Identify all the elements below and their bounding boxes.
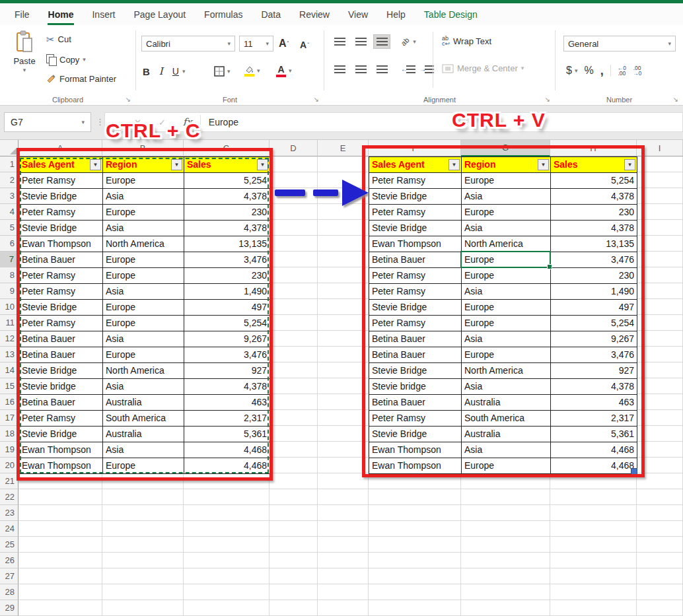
- select-all-corner[interactable]: [0, 140, 18, 156]
- cell[interactable]: [637, 252, 683, 267]
- cell-region[interactable]: Asia: [462, 442, 551, 458]
- formula-input[interactable]: ✕ ✓ fx Europe: [104, 112, 683, 132]
- cell-sales[interactable]: 497: [184, 300, 270, 316]
- cell[interactable]: [318, 156, 369, 172]
- cell[interactable]: [102, 505, 184, 521]
- cell-sales-agent[interactable]: Peter Ramsy: [19, 205, 103, 221]
- cell[interactable]: [270, 299, 318, 315]
- cell-region[interactable]: Australia: [462, 395, 551, 411]
- table-header-cell[interactable]: Sales▼: [184, 157, 270, 173]
- cell-sales[interactable]: 5,254: [184, 316, 270, 331]
- decrease-indent-button[interactable]: ←: [401, 65, 415, 73]
- row-header[interactable]: 10: [0, 299, 18, 315]
- cell-sales-agent[interactable]: Betina Bauer: [369, 331, 462, 347]
- filter-button[interactable]: ▼: [257, 159, 268, 170]
- cell-sales-agent[interactable]: Peter Ramsy: [369, 205, 462, 221]
- decrease-decimal-button[interactable]: .00→0: [633, 65, 641, 76]
- row-header[interactable]: 20: [0, 458, 18, 473]
- ribbon-tab[interactable]: Insert: [83, 3, 124, 25]
- cell-region[interactable]: Europe: [462, 300, 551, 316]
- cell[interactable]: [18, 553, 102, 568]
- name-box[interactable]: G7 ▾: [4, 112, 91, 132]
- row-header[interactable]: 23: [0, 505, 18, 521]
- cell[interactable]: [270, 458, 318, 473]
- cell[interactable]: [270, 505, 318, 521]
- filter-button[interactable]: ▼: [90, 159, 101, 170]
- cell-sales-agent[interactable]: Ewan Thompson: [19, 236, 103, 252]
- cell-sales[interactable]: 463: [551, 395, 637, 411]
- cell[interactable]: [369, 521, 461, 537]
- orientation-caret-icon[interactable]: ▾: [413, 39, 416, 45]
- cell[interactable]: [318, 426, 369, 442]
- cell[interactable]: [637, 236, 683, 252]
- borders-button[interactable]: ▾: [214, 63, 231, 79]
- cell-sales[interactable]: 230: [184, 205, 270, 221]
- cell[interactable]: [270, 172, 318, 188]
- row-header[interactable]: 29: [0, 600, 18, 616]
- ribbon-tab[interactable]: Table Design: [415, 3, 487, 25]
- row-header[interactable]: 14: [0, 362, 18, 378]
- middle-align-button[interactable]: [352, 34, 369, 49]
- cell[interactable]: [18, 489, 102, 505]
- align-left-button[interactable]: [331, 62, 348, 77]
- cell[interactable]: [18, 568, 102, 584]
- cell-sales[interactable]: 927: [551, 363, 637, 379]
- cell[interactable]: [270, 442, 318, 458]
- row-header[interactable]: 7: [0, 252, 18, 267]
- cell[interactable]: [18, 584, 102, 600]
- top-align-button[interactable]: [331, 34, 348, 49]
- cell-sales[interactable]: 2,317: [184, 411, 270, 427]
- cell[interactable]: [550, 600, 637, 616]
- cell[interactable]: [318, 489, 369, 505]
- row-header[interactable]: 18: [0, 426, 18, 442]
- cell[interactable]: [550, 553, 637, 568]
- cell-sales-agent[interactable]: Betina Bauer: [19, 331, 103, 347]
- cell[interactable]: [270, 537, 318, 553]
- table-header-cell[interactable]: Region▼: [462, 157, 551, 173]
- cell[interactable]: [318, 584, 369, 600]
- cell[interactable]: [270, 252, 318, 267]
- currency-button[interactable]: $: [566, 65, 572, 77]
- cell[interactable]: [637, 505, 683, 521]
- copy-button[interactable]: Copy ▾: [46, 54, 86, 65]
- cell-sales[interactable]: 1,490: [551, 284, 637, 300]
- cell[interactable]: [318, 267, 369, 283]
- cell[interactable]: [369, 489, 461, 505]
- cell-region[interactable]: Europe: [103, 205, 184, 221]
- cell-region[interactable]: North America: [462, 363, 551, 379]
- cell[interactable]: [318, 442, 369, 458]
- cell-sales[interactable]: 230: [551, 268, 637, 284]
- cell[interactable]: [318, 299, 369, 315]
- cell-sales-agent[interactable]: Betina Bauer: [19, 252, 103, 268]
- cell-region[interactable]: Europe: [103, 458, 184, 474]
- cell[interactable]: [318, 252, 369, 267]
- cell[interactable]: [637, 600, 683, 616]
- cell[interactable]: [637, 172, 683, 188]
- ribbon-tab[interactable]: Page Layout: [124, 3, 195, 25]
- font-color-button[interactable]: A ▾: [276, 62, 292, 79]
- percent-button[interactable]: %: [584, 65, 593, 77]
- cell[interactable]: [102, 521, 184, 537]
- cell[interactable]: [318, 568, 369, 584]
- increase-indent-button[interactable]: →: [419, 65, 434, 73]
- column-header[interactable]: C: [184, 140, 270, 156]
- cell[interactable]: [270, 600, 318, 616]
- cell[interactable]: [270, 204, 318, 220]
- cell-region[interactable]: Australia: [103, 395, 184, 411]
- cell-sales-agent[interactable]: Peter Ramsy: [19, 268, 103, 284]
- cell-region[interactable]: Europe: [103, 252, 184, 268]
- clipboard-dialog-launcher-icon[interactable]: ↘: [126, 96, 131, 103]
- cell[interactable]: [461, 553, 550, 568]
- cell-sales-agent[interactable]: Betina Bauer: [369, 252, 462, 268]
- cell[interactable]: [461, 489, 550, 505]
- underline-button[interactable]: U: [172, 66, 179, 77]
- cell-region[interactable]: Asia: [462, 189, 551, 205]
- align-right-button[interactable]: [373, 62, 390, 77]
- cell-sales[interactable]: 5,361: [184, 427, 270, 442]
- cell[interactable]: [318, 315, 369, 331]
- cell[interactable]: [318, 362, 369, 378]
- cell-sales[interactable]: 1,490: [184, 284, 270, 300]
- cell-sales-agent[interactable]: Ewan Thompson: [369, 442, 462, 458]
- row-header[interactable]: 17: [0, 410, 18, 426]
- cell-sales[interactable]: 13,135: [551, 236, 637, 252]
